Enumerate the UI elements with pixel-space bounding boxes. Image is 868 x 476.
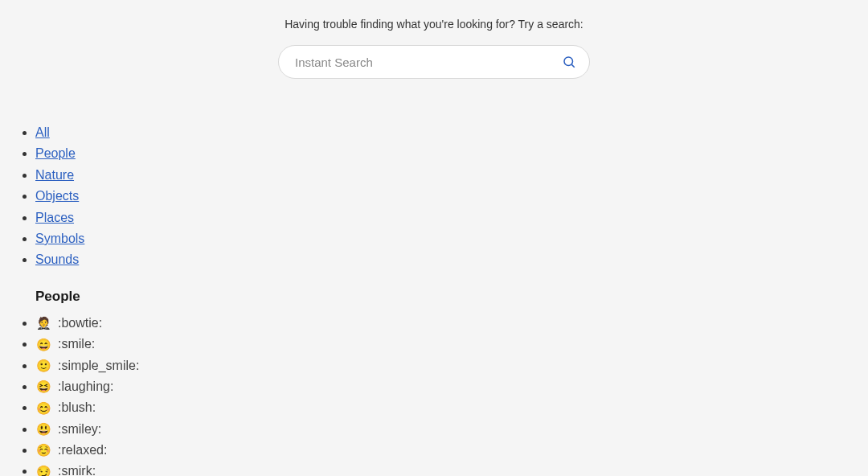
- search-section: Having trouble finding what you're looki…: [0, 0, 868, 79]
- emoji-code: :bowtie:: [58, 316, 102, 330]
- search-icon: [562, 55, 576, 69]
- emoji-item[interactable]: 😄:smile:: [35, 334, 868, 355]
- nav-link-nature[interactable]: Nature: [35, 168, 74, 182]
- svg-point-0: [564, 57, 573, 66]
- emoji-code: :smile:: [58, 337, 95, 351]
- emoji-glyph-icon: 😊: [35, 399, 51, 419]
- search-wrap: [278, 45, 590, 79]
- emoji-glyph-icon: 😄: [35, 335, 51, 355]
- emoji-item[interactable]: 🤵:bowtie:: [35, 313, 868, 334]
- nav-item-objects: Objects: [35, 186, 868, 207]
- nav-item-sounds: Sounds: [35, 249, 868, 270]
- nav-link-sounds[interactable]: Sounds: [35, 252, 79, 266]
- emoji-code: :smiley:: [58, 422, 101, 436]
- emoji-glyph-icon: 😃: [35, 420, 51, 440]
- emoji-code: :simple_smile:: [58, 359, 139, 372]
- emoji-glyph-icon: 🙂: [35, 356, 51, 376]
- emoji-code: :relaxed:: [58, 443, 107, 457]
- emoji-glyph-icon: 😆: [35, 377, 51, 397]
- section-title: People: [35, 289, 868, 305]
- nav-item-nature: Nature: [35, 165, 868, 186]
- emoji-item[interactable]: 😃:smiley:: [35, 419, 868, 440]
- nav-item-all: All: [35, 122, 868, 143]
- emoji-item[interactable]: 😏:smirk:: [35, 461, 868, 476]
- svg-line-1: [571, 64, 574, 67]
- emoji-item[interactable]: ☺️:relaxed:: [35, 440, 868, 461]
- nav-item-symbols: Symbols: [35, 228, 868, 249]
- nav-link-symbols[interactable]: Symbols: [35, 232, 84, 245]
- nav-link-people[interactable]: People: [35, 146, 76, 160]
- nav-link-all[interactable]: All: [35, 125, 50, 139]
- search-prompt: Having trouble finding what you're looki…: [0, 18, 868, 31]
- emoji-list: 🤵:bowtie: 😄:smile: 🙂:simple_smile: 😆:lau…: [35, 313, 868, 476]
- nav-link-places[interactable]: Places: [35, 211, 74, 224]
- emoji-glyph-icon: 😏: [35, 462, 51, 476]
- search-button[interactable]: [558, 51, 580, 73]
- emoji-glyph-icon: 🤵: [35, 314, 51, 334]
- nav-link-objects[interactable]: Objects: [35, 189, 79, 203]
- emoji-item[interactable]: 😊:blush:: [35, 397, 868, 418]
- emoji-code: :blush:: [58, 400, 96, 414]
- nav-item-people: People: [35, 143, 868, 164]
- emoji-item[interactable]: 🙂:simple_smile:: [35, 355, 868, 376]
- emoji-glyph-icon: ☺️: [35, 441, 51, 461]
- emoji-code: :laughing:: [58, 380, 113, 393]
- nav-item-places: Places: [35, 207, 868, 228]
- emoji-code: :smirk:: [58, 464, 96, 476]
- content: All People Nature Objects Places Symbols…: [0, 79, 868, 476]
- category-nav: All People Nature Objects Places Symbols…: [35, 122, 868, 271]
- search-input[interactable]: [278, 45, 590, 79]
- emoji-item[interactable]: 😆:laughing:: [35, 376, 868, 397]
